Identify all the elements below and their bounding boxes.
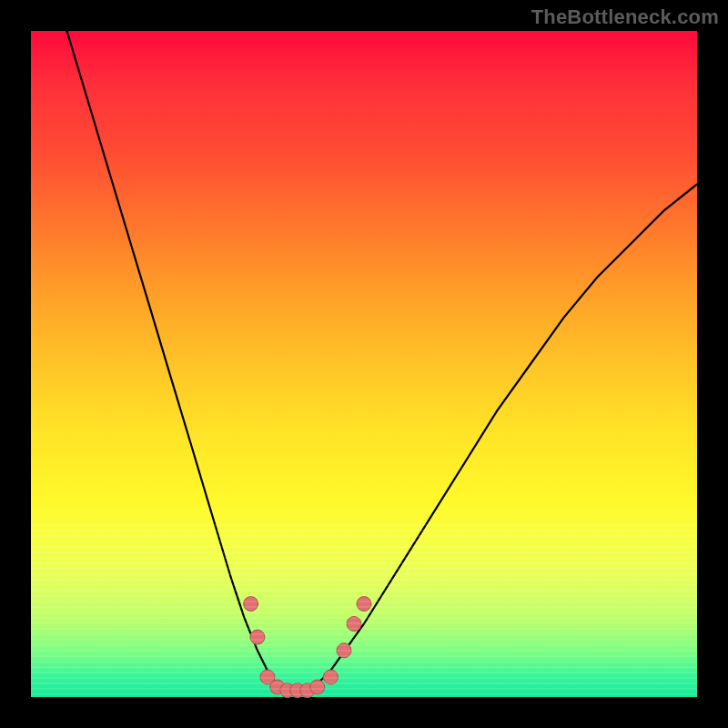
marker-layer: [244, 597, 371, 698]
marker-dot: [337, 643, 351, 658]
chart-frame: TheBottleneck.com: [0, 0, 728, 728]
marker-dot: [323, 670, 338, 684]
marker-dot: [310, 680, 325, 694]
marker-dot: [244, 597, 258, 612]
bottleneck-curve: [31, 0, 697, 697]
marker-dot: [347, 617, 361, 632]
curve-layer: [31, 31, 697, 697]
marker-dot: [250, 630, 265, 644]
watermark-text: TheBottleneck.com: [531, 5, 719, 29]
plot-area: [31, 31, 697, 697]
marker-dot: [357, 597, 371, 612]
